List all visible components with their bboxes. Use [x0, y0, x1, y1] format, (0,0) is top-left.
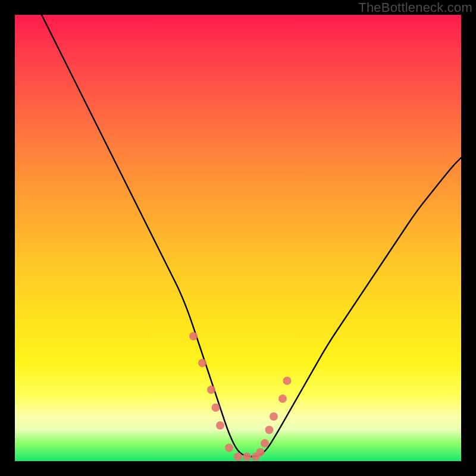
marker-point [261, 439, 269, 447]
chart-frame: TheBottleneck.com [0, 0, 476, 476]
marker-point [234, 453, 242, 461]
marker-point [207, 386, 215, 394]
marker-point [278, 394, 287, 403]
watermark-text: TheBottleneck.com [358, 0, 472, 15]
highlighted-points [189, 332, 292, 461]
plot-area [15, 15, 461, 461]
bottleneck-curve [42, 15, 461, 457]
marker-point [225, 444, 233, 452]
marker-point [243, 453, 251, 461]
marker-point [265, 426, 274, 434]
marker-point [189, 332, 198, 340]
marker-point [212, 403, 220, 412]
marker-point [270, 412, 278, 421]
marker-point [256, 448, 265, 456]
curve-svg [15, 15, 461, 461]
marker-point [198, 359, 206, 367]
marker-point [283, 377, 292, 385]
marker-point [216, 421, 224, 430]
